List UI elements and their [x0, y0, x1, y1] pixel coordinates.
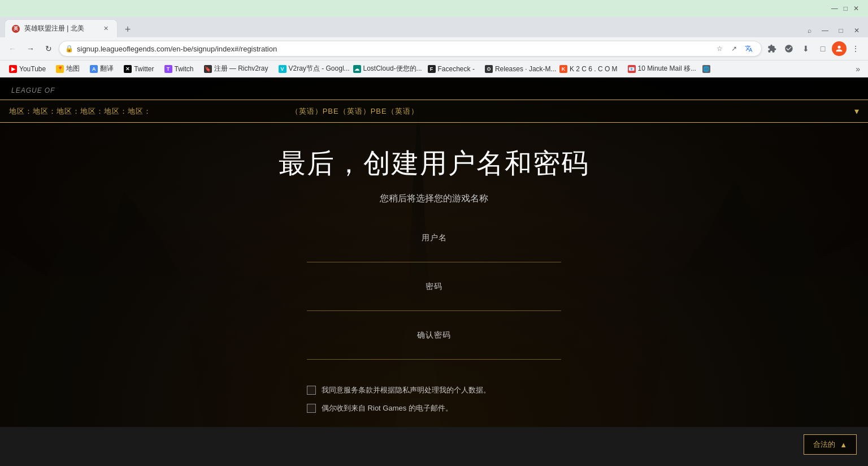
address-text: signup.leagueoflegends.com/en-be/signup/… — [77, 45, 709, 53]
bookmark-register[interactable]: 🔖 注册 — Richv2ray — [199, 62, 273, 76]
checkbox-terms[interactable] — [307, 386, 316, 395]
twitter-favicon: ✕ — [124, 65, 132, 73]
reload-btn[interactable]: ↻ — [41, 41, 57, 57]
v2ray-favicon: V — [279, 65, 287, 73]
browser-chrome: 英 英雄联盟注册 | 北美 ✕ + ⌕ — □ ✕ ← → ↻ 🔒 signup… — [0, 17, 868, 77]
facecheck-favicon: F — [428, 65, 436, 73]
user-avatar[interactable] — [832, 41, 847, 56]
share-icon[interactable]: ↗ — [727, 42, 741, 55]
trans-favicon: A — [90, 65, 98, 73]
bookmark-trans-label: 翻译 — [100, 64, 114, 74]
checkbox-email-label: 偶尔收到来自 Riot Games 的电子邮件。 — [322, 403, 453, 414]
10min-favicon: 📧 — [628, 65, 636, 73]
legal-btn-label: 合法的 — [813, 439, 835, 450]
tab-close-btn[interactable]: ✕ — [101, 24, 110, 33]
gh-favicon: ⊙ — [485, 65, 493, 73]
globe-favicon: 🌐 — [702, 65, 710, 73]
bookmark-lostcloud-label: LostCloud-便您的... — [363, 64, 422, 74]
bookmarks-bar: ▶ YouTube 📍 地图 A 翻译 ✕ Twitter T Twitch 🔖… — [0, 60, 868, 77]
bookmark-twitch-label: Twitch — [175, 65, 194, 73]
bookmark-10min[interactable]: 📧 10 Minute Mail 移... — [623, 62, 697, 76]
bookmark-releases-label: Releases · Jack-M... — [495, 65, 557, 73]
twitch-favicon: T — [164, 65, 172, 73]
bookmark-v2ray-label: V2ray节点 - Googl... — [289, 64, 350, 74]
page-content: LEAGUE OF 地区：地区：地区：地区：地区：地区： （英语）PBE（英语）… — [0, 77, 868, 427]
checkbox-terms-label: 我同意服务条款并根据隐私声明处理我的个人数据。 — [322, 385, 491, 396]
lock-icon: 🔒 — [65, 45, 73, 53]
address-bar-row: ← → ↻ 🔒 signup.leagueoflegends.com/en-be… — [0, 37, 868, 60]
menu-btn[interactable]: ⋮ — [848, 41, 863, 57]
bookmark-register-label: 注册 — Richv2ray — [214, 64, 268, 74]
maximize-btn[interactable]: □ — [844, 5, 848, 12]
tab-maximize-btn[interactable]: □ — [834, 24, 848, 37]
star-icon[interactable]: ☆ — [713, 42, 726, 55]
back-btn[interactable]: ← — [5, 41, 20, 57]
bookmark-twitter[interactable]: ✕ Twitter — [119, 63, 158, 75]
forward-btn[interactable]: → — [23, 41, 38, 57]
bookmark-facecheck[interactable]: F Facecheck - — [423, 63, 479, 75]
profile-btn[interactable] — [781, 41, 797, 57]
password-label: 密码 — [307, 282, 561, 292]
bookmark-v2ray[interactable]: V V2ray节点 - Googl... — [274, 62, 348, 76]
lostcloud-favicon: ☁ — [353, 65, 361, 73]
bookmark-map-label: 地图 — [66, 64, 80, 74]
k2c6-favicon: K — [559, 65, 567, 73]
new-tab-btn[interactable]: + — [120, 21, 136, 37]
confirm-password-input-wrapper — [307, 344, 561, 362]
legal-chevron-icon: ▲ — [840, 441, 847, 449]
bookmarks-overflow[interactable]: » — [852, 63, 863, 75]
register-favicon: 🔖 — [204, 65, 212, 73]
tab-title: 英雄联盟注册 | 北美 — [24, 24, 97, 33]
bookmark-twitch[interactable]: T Twitch — [160, 63, 198, 75]
bookmark-globe[interactable]: 🌐 — [698, 63, 715, 75]
os-bar: — □ ✕ — [0, 0, 868, 17]
bookmark-k2c6[interactable]: K K 2 C 6 . C O M — [555, 63, 622, 75]
password-input[interactable] — [307, 295, 561, 311]
checkboxes-area: 我同意服务条款并根据隐私声明处理我的个人数据。 偶尔收到来自 Riot Game… — [307, 385, 561, 420]
checkbox-email[interactable] — [307, 404, 316, 413]
tab-minimize-btn[interactable]: — — [818, 24, 832, 37]
legal-btn[interactable]: 合法的 ▲ — [804, 434, 857, 455]
extensions-btn[interactable] — [764, 41, 780, 57]
form-subtitle: 您稍后将选择您的游戏名称 — [380, 193, 488, 205]
region-dropdown-btn[interactable]: ▾ — [854, 106, 859, 116]
bookmark-map[interactable]: 📍 地图 — [51, 62, 84, 76]
password-input-wrapper — [307, 295, 561, 313]
tab-close-window-btn[interactable]: ✕ — [850, 24, 863, 37]
translate-icon[interactable] — [742, 42, 756, 55]
tab-bar: 英 英雄联盟注册 | 北美 ✕ + ⌕ — □ ✕ — [0, 17, 868, 37]
address-bar[interactable]: 🔒 signup.leagueoflegends.com/en-be/signu… — [59, 41, 762, 57]
username-input-wrapper — [307, 247, 561, 265]
bookmark-youtube-label: YouTube — [19, 65, 46, 73]
checkbox-row-2: 偶尔收到来自 Riot Games 的电子邮件。 — [307, 403, 561, 414]
bookmark-trans[interactable]: A 翻译 — [85, 62, 118, 76]
confirm-password-label: 确认密码 — [307, 330, 561, 340]
minimize-btn[interactable]: — — [831, 5, 838, 12]
map-favicon: 📍 — [56, 65, 64, 73]
confirm-password-field-group: 确认密码 — [307, 330, 561, 362]
bookmark-releases[interactable]: ⊙ Releases · Jack-M... — [480, 63, 554, 75]
form-title: 最后，创建用户名和密码 — [279, 145, 589, 182]
bookmark-twitter-label: Twitter — [134, 65, 154, 73]
username-input[interactable] — [307, 247, 561, 262]
checkbox-row-1: 我同意服务条款并根据隐私声明处理我的个人数据。 — [307, 385, 561, 396]
bookmark-lostcloud[interactable]: ☁ LostCloud-便您的... — [349, 62, 422, 76]
region-label: 地区：地区：地区：地区：地区：地区： — [9, 106, 291, 116]
sidebar-btn[interactable]: □ — [815, 41, 831, 57]
username-label: 用户名 — [307, 233, 561, 243]
youtube-favicon: ▶ — [9, 65, 17, 73]
username-field-group: 用户名 — [307, 233, 561, 265]
tab-favicon: 英 — [12, 25, 20, 33]
game-logo: LEAGUE OF — [11, 83, 55, 95]
download-btn[interactable]: ⬇ — [798, 41, 814, 57]
active-tab[interactable]: 英 英雄联盟注册 | 北美 ✕ — [5, 19, 118, 37]
bookmark-10min-label: 10 Minute Mail 移... — [638, 64, 696, 74]
close-btn[interactable]: ✕ — [853, 5, 859, 12]
bookmark-k2c6-label: K 2 C 6 . C O M — [570, 65, 618, 73]
confirm-password-input[interactable] — [307, 344, 561, 360]
region-current: （英语）PBE（英语）PBE（英语） — [291, 106, 854, 116]
bookmark-youtube[interactable]: ▶ YouTube — [5, 63, 50, 75]
bookmark-facecheck-label: Facecheck - — [438, 65, 475, 73]
tab-search-btn[interactable]: ⌕ — [802, 24, 816, 37]
password-field-group: 密码 — [307, 282, 561, 313]
